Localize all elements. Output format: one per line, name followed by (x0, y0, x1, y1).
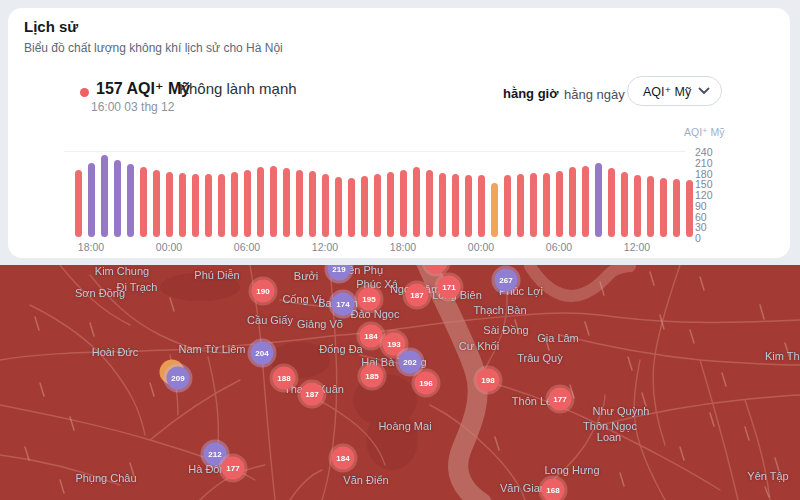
chart-bar[interactable] (348, 178, 355, 237)
chart-bar[interactable] (335, 177, 342, 237)
chart-bar[interactable] (361, 176, 368, 237)
chart-bar[interactable] (504, 175, 511, 237)
page-title: Lịch sử (24, 18, 78, 35)
tab-hourly[interactable]: hằng giờ (503, 86, 558, 101)
chart-bar[interactable] (621, 172, 628, 237)
pollutant-dropdown[interactable]: AQI⁺ Mỹ (627, 76, 722, 106)
aqi-marker[interactable]: 177 (222, 457, 245, 480)
chart-bar[interactable] (582, 166, 589, 237)
map-place-label: Kim Chung (95, 265, 149, 277)
map-place-label: Hoàng Mai (378, 420, 431, 432)
map-place-label: Cư Khối (459, 340, 499, 352)
map-place-label: Nam Từ Liêm (178, 343, 245, 355)
chart-bar[interactable] (686, 180, 693, 237)
aqi-marker[interactable]: 177 (549, 388, 572, 411)
map-place-label: Sài Đồng (483, 324, 528, 336)
current-aqi-value: 157 AQI⁺ Mỹ (96, 79, 190, 98)
current-aqi-dot-icon (80, 88, 89, 97)
map-place-label: Sơn Đồng (75, 287, 125, 299)
x-axis-tick: 18:00 (78, 241, 104, 253)
chart-bar[interactable] (387, 172, 394, 237)
map-place-label: Hoài Đức (92, 346, 139, 358)
aqi-marker[interactable]: 187 (406, 284, 429, 307)
map-place-label: Cầu Giấy (247, 314, 293, 326)
chart-bar[interactable] (660, 178, 667, 237)
map-place-label: Bưởi (294, 270, 318, 282)
map-place-label: Như Quỳnh (593, 405, 650, 417)
map[interactable]: Kim ChungPhú DiễnĐi TrạchSơn ĐồngBưởiYên… (0, 265, 800, 500)
chart-bar[interactable] (140, 167, 147, 237)
aqi-marker[interactable]: 195 (358, 288, 381, 311)
pollutant-dropdown-value: AQI⁺ Mỹ (643, 84, 691, 99)
chart-bar[interactable] (244, 170, 251, 237)
chart-bar[interactable] (426, 170, 433, 237)
aqi-marker[interactable]: 184 (360, 325, 383, 348)
y-axis-tick: 0 (695, 232, 719, 244)
chart-bar[interactable] (218, 174, 225, 237)
chart-bar[interactable] (543, 173, 550, 237)
aqi-marker[interactable]: 190 (252, 280, 275, 303)
aqi-marker[interactable]: 185 (361, 365, 384, 388)
chart-bar[interactable] (517, 174, 524, 237)
chart-bar[interactable] (296, 170, 303, 237)
chart-bar[interactable] (452, 174, 459, 237)
chart-bar[interactable] (270, 166, 277, 237)
chart-bar[interactable] (309, 171, 316, 237)
chart-bar[interactable] (192, 174, 199, 237)
chart-bar[interactable] (530, 173, 537, 237)
aqi-marker[interactable]: 168 (542, 479, 565, 500)
chart-bar[interactable] (257, 167, 264, 237)
chart-bar[interactable] (205, 174, 212, 237)
map-place-label: Văn Điển (343, 474, 388, 486)
chart-bar[interactable] (283, 168, 290, 237)
chart-bar[interactable] (608, 168, 615, 237)
chart-bar[interactable] (101, 155, 108, 237)
chart-bar[interactable] (75, 170, 82, 237)
chart-bar[interactable] (322, 174, 329, 237)
chart-bar[interactable] (634, 175, 641, 237)
current-aqi-timestamp: 16:00 03 thg 12 (91, 100, 174, 114)
chart-bar[interactable] (439, 173, 446, 237)
chart-bar[interactable] (231, 172, 238, 237)
chart-bar[interactable] (491, 183, 498, 237)
chart-bar[interactable] (179, 173, 186, 237)
chart-bar[interactable] (569, 167, 576, 237)
chart-unit-label: AQI⁺ Mỹ (684, 126, 725, 138)
aqi-marker[interactable]: 209 (167, 367, 190, 390)
aqi-marker[interactable]: 188 (273, 367, 296, 390)
map-place-label: Trâu Quỳ (517, 352, 562, 364)
chart-bar[interactable] (114, 160, 121, 237)
aqi-marker[interactable]: 174 (332, 293, 355, 316)
tab-daily[interactable]: hằng ngày (564, 87, 625, 102)
aqi-marker[interactable]: 202 (399, 351, 422, 374)
aqi-marker[interactable]: 171 (438, 276, 461, 299)
x-axis-tick: 12:00 (312, 241, 338, 253)
chart-bar[interactable] (465, 175, 472, 237)
chart-bar[interactable] (556, 171, 563, 237)
chart-bar[interactable] (673, 179, 680, 237)
map-place-label: Gia Lâm (537, 332, 579, 344)
x-axis-tick: 06:00 (546, 241, 572, 253)
map-place-label: Loan (597, 431, 621, 443)
chart-bar[interactable] (166, 172, 173, 237)
aqi-marker[interactable]: 184 (332, 447, 355, 470)
aqi-marker[interactable]: 187 (301, 383, 324, 406)
chart-bar[interactable] (88, 163, 95, 237)
chart-bar[interactable] (595, 163, 602, 237)
chart-bar[interactable] (478, 175, 485, 237)
map-place-label: Kim Thư (765, 350, 800, 362)
map-place-label: Cống Vị (282, 293, 321, 305)
chart-bar[interactable] (400, 170, 407, 237)
map-place-label: Yên Tập (747, 470, 788, 482)
aqi-marker[interactable]: 204 (251, 342, 274, 365)
map-place-label: Phụng Châu (75, 472, 136, 484)
chart-bar[interactable] (153, 170, 160, 237)
aqi-marker[interactable]: 198 (477, 369, 500, 392)
chart-bar[interactable] (374, 174, 381, 237)
map-place-label: Thôn Lê (512, 395, 552, 407)
aqi-marker[interactable]: 267 (495, 269, 518, 292)
chart-bar[interactable] (647, 176, 654, 237)
chart-bar[interactable] (127, 164, 134, 237)
chart-bar[interactable] (413, 167, 420, 237)
aqi-marker[interactable]: 196 (415, 372, 438, 395)
